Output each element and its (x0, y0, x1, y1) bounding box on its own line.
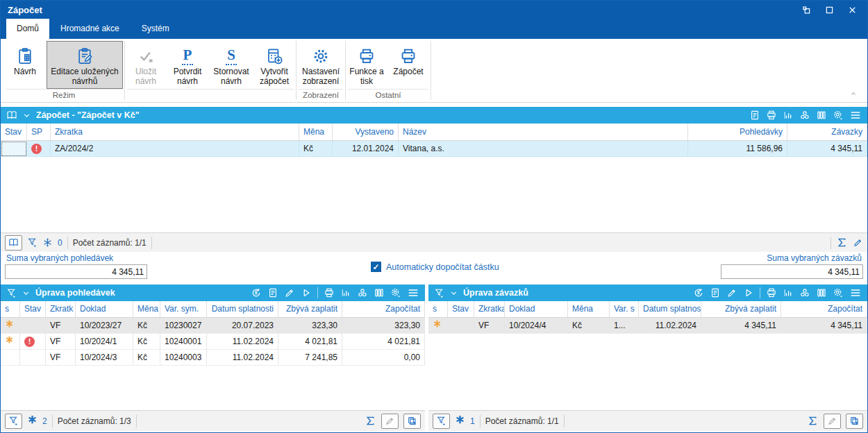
cell-zkratka[interactable]: VF (46, 334, 76, 350)
filter-icon[interactable] (6, 288, 17, 298)
cluster-icon[interactable] (799, 287, 810, 298)
col-varsym[interactable]: Var. sym. (160, 301, 207, 317)
cell-varsym[interactable]: 1... (610, 318, 639, 334)
col-datum[interactable]: Datum splatnosti (207, 301, 278, 317)
chart-icon[interactable] (783, 287, 794, 298)
cell-zavazky[interactable]: 4 345,11 (787, 141, 867, 157)
maximize-window-icon[interactable] (824, 5, 835, 15)
receivables-row[interactable]: ! VF 10/2024/1 Kč 10240001 11.02.2024 4 … (1, 334, 425, 350)
cell-zapocitat[interactable]: 323,30 (342, 318, 425, 334)
cell-zkratka[interactable]: VF (474, 318, 505, 334)
refresh-currency-icon[interactable] (693, 287, 704, 298)
cell-datum[interactable]: 11.02.2024 (639, 318, 701, 334)
col-mena[interactable]: Měna (568, 301, 610, 317)
col-zbyva[interactable]: Zbývá zaplatit (701, 301, 781, 317)
sum-sigma-icon[interactable] (365, 415, 376, 427)
cell-mena[interactable]: Kč (568, 318, 610, 334)
cell-datum[interactable]: 20.07.2023 (207, 318, 278, 334)
close-window-icon[interactable] (847, 5, 858, 15)
cell-doklad[interactable]: 10/2023/27 (76, 318, 133, 334)
stornovat-navrh-button[interactable]: S Stornovat návrh (210, 41, 253, 89)
cell-datum[interactable]: 11.02.2024 (207, 350, 278, 366)
cell-mena[interactable]: Kč (133, 334, 160, 350)
chevron-down-icon[interactable] (449, 289, 458, 298)
col-zavazky[interactable]: Závazky (787, 124, 867, 140)
potvrdit-navrh-button[interactable]: P Potvrdit návrh (167, 41, 208, 89)
cell-stav[interactable] (448, 318, 474, 334)
edit-pencil-icon[interactable] (284, 287, 295, 298)
print-icon[interactable] (766, 110, 777, 121)
filter-icon[interactable] (27, 237, 37, 248)
menu-icon[interactable] (849, 287, 862, 299)
col-zapocitat[interactable]: Započítat (342, 301, 425, 317)
col-s[interactable]: s (1, 301, 20, 317)
asterisk-icon[interactable] (27, 414, 37, 427)
nastaveni-zobrazeni-button[interactable]: Nastavení zobrazení (298, 41, 344, 89)
cell-doklad[interactable]: 10/2024/1 (76, 334, 133, 350)
col-nazev[interactable]: Název (399, 124, 688, 140)
book-toggle-icon[interactable] (5, 235, 22, 251)
main-grid-row[interactable]: ! ZA/2024/2 Kč 12.01.2024 Vitana, a.s. 1… (1, 141, 867, 157)
report-icon[interactable] (749, 110, 760, 121)
cell-mena[interactable]: Kč (133, 318, 160, 334)
cell-s[interactable] (1, 318, 20, 334)
sum-receivables-input[interactable] (5, 264, 147, 279)
cell-vystaveno[interactable]: 12.01.2024 (333, 141, 399, 157)
cell-zbyva[interactable]: 7 241,85 (278, 350, 342, 366)
columns-icon[interactable] (816, 110, 827, 121)
refresh-currency-icon[interactable] (251, 287, 262, 298)
col-stav[interactable]: Stav (1, 124, 27, 140)
cluster-icon[interactable] (357, 287, 368, 298)
cell-zapocitat[interactable]: 4 021,81 (342, 334, 425, 350)
cell-varsym[interactable]: 10240003 (160, 350, 207, 366)
receivables-row[interactable]: VF 10/2024/3 Kč 10240003 11.02.2024 7 24… (1, 350, 425, 366)
cell-zkratka[interactable]: VF (46, 350, 76, 366)
cell-stav[interactable]: ! (20, 334, 46, 350)
cell-datum[interactable]: 11.02.2024 (207, 334, 278, 350)
cell-nazev[interactable]: Vitana, a.s. (399, 141, 688, 157)
zapocet-print-button[interactable]: Zápočet (387, 41, 429, 89)
chevron-down-icon[interactable] (22, 289, 31, 298)
cell-sp[interactable]: ! (27, 141, 51, 157)
copy-add-icon[interactable] (403, 414, 421, 429)
grid-settings-icon[interactable] (833, 287, 844, 298)
edit-pencil-icon[interactable] (381, 414, 399, 429)
funkce-a-tisk-button[interactable]: Funkce a tisk (347, 41, 386, 89)
filter-icon[interactable] (434, 288, 444, 298)
snowflake-icon[interactable] (42, 237, 53, 248)
chart-icon[interactable] (340, 287, 351, 298)
col-stav[interactable]: Stav (20, 301, 46, 317)
menu-icon[interactable] (849, 109, 862, 121)
col-datum[interactable]: Datum splatnosti (639, 301, 701, 317)
col-zapocitat[interactable]: Započítat (781, 301, 867, 317)
columns-icon[interactable] (816, 287, 827, 298)
report-icon[interactable] (267, 287, 278, 298)
asterisk-icon[interactable] (455, 414, 465, 427)
cell-stav[interactable] (20, 350, 46, 366)
col-doklad[interactable]: Doklad (505, 301, 568, 317)
cell-zbyva[interactable]: 323,30 (278, 318, 342, 334)
cell-varsym[interactable]: 10230027 (160, 318, 207, 334)
receivables-row[interactable]: VF 10/2023/27 Kč 10230027 20.07.2023 323… (1, 318, 425, 334)
edit-pencil-icon[interactable] (726, 287, 737, 298)
book-icon[interactable] (6, 110, 17, 121)
cell-zbyva[interactable]: 4 345,11 (701, 318, 781, 334)
collapse-ribbon-icon[interactable] (849, 87, 858, 100)
col-zbyva[interactable]: Zbývá zaplatit (278, 301, 342, 317)
col-stav[interactable]: Stav (448, 301, 474, 317)
col-doklad[interactable]: Doklad (76, 301, 133, 317)
col-zkratka[interactable]: Zkratk (46, 301, 76, 317)
cell-s[interactable] (1, 350, 20, 366)
cell-doklad[interactable]: 10/2024/4 (505, 318, 568, 334)
menu-icon[interactable] (407, 287, 419, 299)
vytvorit-zapocet-button[interactable]: Vytvořit zápočet (254, 41, 294, 89)
cell-s[interactable] (428, 318, 448, 334)
cell-zkratka[interactable]: ZA/2024/2 (51, 141, 299, 157)
filter-toggle-icon[interactable] (5, 414, 22, 429)
restore-window-icon[interactable] (801, 5, 812, 15)
col-varsym[interactable]: Var. s (610, 301, 639, 317)
copy-add-icon[interactable] (846, 414, 863, 429)
col-zkratka[interactable]: Zkratka (51, 124, 299, 140)
edit-pencil-icon[interactable] (824, 414, 841, 429)
col-vystaveno[interactable]: Vystaveno (333, 124, 399, 140)
